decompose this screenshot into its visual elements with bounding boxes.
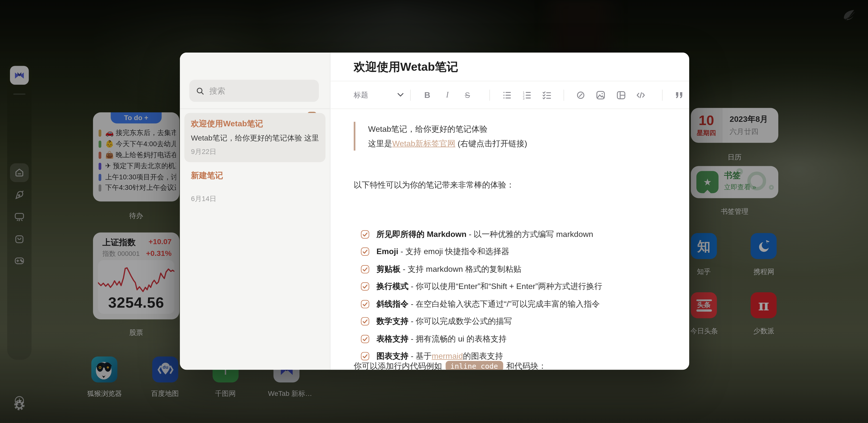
strikethrough-button[interactable]: S [460, 88, 475, 102]
editor-content[interactable]: Wetab笔记，给你更好的笔记体验 这里是Wetab新标签官网 (右键点击打开链… [354, 109, 676, 370]
bullet-list-button[interactable] [499, 88, 514, 102]
note-item-title: 欢迎使用Wetab笔记 [191, 118, 319, 129]
code-paragraph-text: 你可以添加行内代码例如 [354, 361, 442, 370]
checkbox-checked[interactable] [361, 230, 369, 238]
toolbar-separator [410, 89, 410, 100]
heading-dropdown-label: 标题 [354, 90, 368, 100]
checklist-item: 所见即所得的 Markdown - 以一种优雅的方式编写 markdown [361, 228, 593, 240]
wetab-desktop: To do + 🚗 接完东东后，去集市… 👶 今天下午4:00去幼儿… 👜 晚上… [0, 0, 868, 423]
checklist-item: 剪贴板 - 支持 markdown 格式的复制粘贴 [361, 263, 522, 275]
note-item-preview: Wetab笔记，给你更好的笔记体验 这里… [191, 133, 319, 143]
editor-toolbar: 标题 B I S 1 [330, 82, 689, 109]
note-list-item-selected[interactable]: 欢迎使用Wetab笔记 Wetab笔记，给你更好的笔记体验 这里… 9月22日 [184, 113, 326, 162]
svg-text:3: 3 [523, 97, 524, 99]
search-box[interactable] [189, 80, 319, 102]
code-paragraph-text: 和代码块： [506, 361, 546, 370]
checklist-item: 换行模式 - 你可以使用“Enter”和“Shift + Enter”两种方式进… [361, 280, 602, 293]
checkbox-checked[interactable] [361, 282, 369, 291]
notes-sidebar: ⇄ 欢迎使用Wetab笔记 Wetab笔记，给你更好的笔记体验 这里… 9月22… [180, 53, 330, 370]
blockquote-line1: Wetab笔记，给你更好的笔记体验 [368, 122, 527, 136]
checklist-text: 剪贴板 - 支持 markdown 格式的复制粘贴 [376, 264, 522, 274]
code-button[interactable] [633, 88, 648, 102]
search-icon [196, 87, 204, 95]
editor-note-title: 欢迎使用Wetab笔记 [354, 59, 458, 75]
link-icon [576, 90, 585, 99]
ordered-list-button[interactable]: 1 2 3 [520, 88, 534, 102]
task-list-icon [542, 90, 551, 99]
checklist-text: 斜线指令 - 在空白处输入状态下通过“/”可以完成丰富的输入指令 [376, 299, 600, 309]
code-icon [636, 90, 646, 99]
blockquote-text: 这里是 [368, 139, 393, 148]
task-list-button[interactable] [539, 88, 554, 102]
checklist-text: 换行模式 - 你可以使用“Enter”和“Shift + Enter”两种方式进… [376, 281, 602, 292]
chevron-down-icon [397, 93, 403, 97]
checkbox-checked[interactable] [361, 317, 369, 325]
italic-button[interactable]: I [440, 88, 455, 102]
mermaid-link[interactable]: mermaid [432, 352, 463, 360]
note-list-item[interactable]: 新建笔记 6月14日 [184, 165, 326, 209]
blockquote-line2: 这里是Wetab新标签官网 (右键点击打开链接) [368, 136, 527, 151]
note-item-date: 9月22日 [191, 147, 319, 157]
blockquote-text: (右键点击打开链接) [456, 139, 527, 148]
note-item-date: 6月14日 [191, 194, 319, 204]
note-editor: 欢迎使用Wetab笔记 标题 B I S [330, 53, 689, 370]
checklist-text: 表格支持 - 拥有流畅的 ui 的表格支持 [376, 334, 507, 344]
checklist-text: 所见即所得的 Markdown - 以一种优雅的方式编写 markdown [376, 229, 593, 239]
checkbox-checked[interactable] [361, 265, 369, 273]
quote-button[interactable] [672, 88, 686, 102]
link-button[interactable] [574, 88, 588, 102]
ordered-list-icon: 1 2 3 [522, 90, 531, 99]
checklist-text: 图表支持 - 基于mermaid的图表支持 [376, 351, 503, 361]
checklist-item: 表格支持 - 拥有流畅的 ui 的表格支持 [361, 333, 507, 345]
toolbar-separator [662, 89, 662, 100]
image-button[interactable] [593, 88, 608, 102]
checklist-item: 斜线指令 - 在空白处输入状态下通过“/”可以完成丰富的输入指令 [361, 298, 600, 310]
table-button[interactable] [614, 88, 628, 102]
intro-paragraph: 以下特性可以为你的笔记带来非常棒的体验： [354, 180, 514, 190]
note-item-title: 新建笔记 [191, 171, 319, 181]
checkbox-checked[interactable] [361, 352, 369, 360]
inline-code-chip: inline code [445, 361, 503, 370]
table-icon [616, 90, 625, 99]
bold-button[interactable]: B [420, 88, 434, 102]
checklist-item: 图表支持 - 基于mermaid的图表支持 [361, 350, 503, 362]
checkbox-checked[interactable] [361, 300, 369, 308]
image-icon [596, 90, 606, 99]
bullet-list-icon [502, 90, 511, 99]
inline-code-paragraph: 你可以添加行内代码例如 inline code 和代码块： [354, 361, 546, 370]
blockquote: Wetab笔记，给你更好的笔记体验 这里是Wetab新标签官网 (右键点击打开链… [354, 122, 527, 151]
sidebar-divider [180, 109, 330, 109]
search-input[interactable] [209, 86, 298, 95]
checklist-text: Emoji - 支持 emoji 快捷指令和选择器 [376, 246, 509, 257]
checklist-item: 数学支持 - 你可以完成数学公式的描写 [361, 315, 512, 327]
official-site-link[interactable]: Wetab新标签官网 [392, 139, 456, 148]
checklist-text: 数学支持 - 你可以完成数学公式的描写 [376, 316, 512, 327]
checkbox-checked[interactable] [361, 335, 369, 343]
notes-modal: ⇄ 欢迎使用Wetab笔记 Wetab笔记，给你更好的笔记体验 这里… 9月22… [180, 53, 689, 370]
toolbar-separator [563, 89, 564, 100]
toolbar-separator [490, 89, 490, 100]
heading-dropdown[interactable]: 标题 [354, 90, 404, 100]
checklist-item: Emoji - 支持 emoji 快捷指令和选择器 [361, 245, 509, 258]
quote-icon [675, 90, 684, 99]
checkbox-checked[interactable] [361, 247, 369, 255]
